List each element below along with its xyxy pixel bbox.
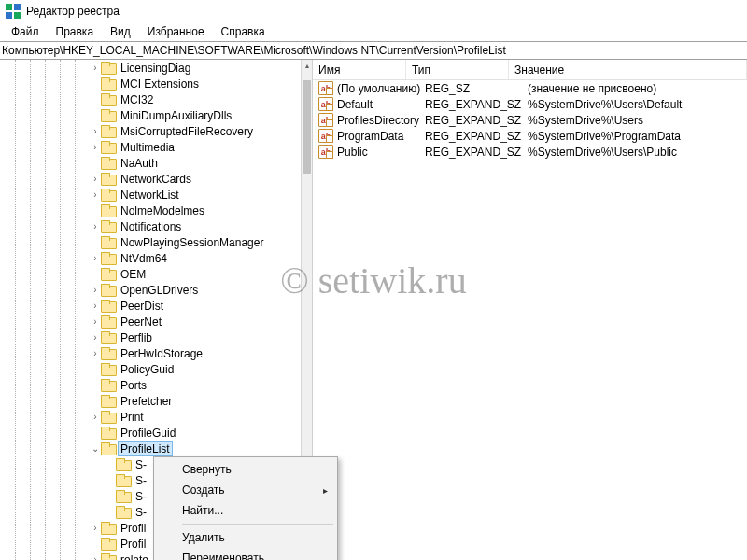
tree-item[interactable]: ›PeerNet [0, 314, 301, 329]
chevron-right-icon[interactable]: › [90, 301, 101, 311]
folder-icon [101, 268, 116, 281]
cm-delete[interactable]: Удалить [156, 527, 335, 548]
chevron-down-icon[interactable]: ⌄ [90, 443, 101, 454]
value-row[interactable]: abDefaultREG_EXPAND_SZ%SystemDrive%\User… [313, 96, 747, 112]
folder-icon [101, 442, 116, 455]
chevron-right-icon[interactable]: › [90, 348, 101, 358]
menu-favorites[interactable]: Избранное [140, 23, 212, 40]
address-bar[interactable]: Компьютер\HKEY_LOCAL_MACHINE\SOFTWARE\Mi… [0, 41, 747, 60]
app-icon [6, 4, 21, 19]
chevron-right-icon[interactable]: › [90, 253, 101, 263]
value-name: (По умолчанию) [337, 82, 425, 95]
tree-item[interactable]: OEM [0, 266, 301, 282]
value-type: REG_EXPAND_SZ [425, 130, 528, 143]
value-data: %SystemDrive%\Users\Public [528, 146, 747, 159]
tree-item[interactable]: ›NetworkCards [0, 171, 301, 187]
tree-item[interactable]: ›LicensingDiag [0, 60, 301, 76]
tree-item-label: Profil [119, 538, 148, 551]
tree-item-label: NetworkCards [119, 173, 193, 186]
chevron-right-icon[interactable]: › [90, 189, 101, 200]
tree-item-label: ProfileList [119, 442, 172, 455]
tree-item[interactable]: ›Notifications [0, 218, 301, 234]
value-row[interactable]: abProfilesDirectoryREG_EXPAND_SZ%SystemD… [313, 112, 747, 128]
tree-item-label: relate [119, 553, 150, 561]
string-value-icon: ab [318, 145, 333, 159]
chevron-right-icon[interactable]: › [90, 332, 101, 343]
col-header-value[interactable]: Значение [509, 60, 747, 79]
folder-icon [101, 109, 116, 122]
cm-collapse[interactable]: Свернуть [156, 459, 335, 480]
chevron-right-icon[interactable]: › [90, 523, 101, 533]
tree-item-label: ProfileGuid [119, 427, 177, 440]
folder-icon [101, 379, 116, 392]
tree-item[interactable]: ⌄ProfileList [0, 441, 301, 456]
col-header-type[interactable]: Тип [406, 60, 509, 79]
tree-item[interactable]: ›MsiCorruptedFileRecovery [0, 123, 301, 139]
chevron-right-icon[interactable]: › [90, 63, 101, 73]
menu-help[interactable]: Справка [214, 23, 273, 40]
tree-item[interactable]: MCI Extensions [0, 76, 301, 91]
menu-file[interactable]: Файл [4, 23, 47, 40]
chevron-right-icon[interactable]: › [90, 316, 101, 327]
string-value-icon: ab [318, 81, 333, 95]
tree-item-label: NetworkList [119, 189, 181, 202]
tree-item-label: PolicyGuid [119, 363, 176, 376]
tree-item[interactable]: ›OpenGLDrivers [0, 282, 301, 298]
col-header-name[interactable]: Имя [313, 60, 406, 79]
folder-icon [101, 395, 116, 408]
tree-item[interactable]: ProfileGuid [0, 425, 301, 441]
chevron-right-icon[interactable]: › [90, 221, 101, 231]
value-type: REG_SZ [425, 82, 528, 95]
tree-item[interactable]: NowPlayingSessionManager [0, 234, 301, 250]
tree-item-label: NtVdm64 [119, 252, 169, 265]
chevron-right-icon[interactable]: › [90, 412, 101, 422]
cm-new[interactable]: Создать [156, 480, 335, 500]
tree-item-label: MCI Extensions [119, 77, 201, 91]
cm-find[interactable]: Найти... [156, 500, 335, 521]
tree-item[interactable]: ›PeerDist [0, 298, 301, 314]
folder-icon [101, 252, 116, 265]
tree-item-label: Ports [119, 379, 148, 392]
cm-rename[interactable]: Переименовать [156, 548, 335, 560]
tree-item-label: PeerDist [119, 300, 165, 313]
tree-item[interactable]: ›NetworkList [0, 187, 301, 203]
folder-icon [101, 427, 116, 440]
tree-item[interactable]: PolicyGuid [0, 361, 301, 377]
values-pane: Имя Тип Значение ab(По умолчанию)REG_SZ(… [313, 60, 747, 560]
tree-item[interactable]: MCI32 [0, 91, 301, 107]
value-type: REG_EXPAND_SZ [425, 146, 528, 159]
string-value-icon: ab [318, 97, 333, 111]
scroll-up-icon[interactable]: ▴ [302, 60, 312, 71]
tree-item[interactable]: ›Print [0, 409, 301, 425]
tree-item[interactable]: ›Perflib [0, 329, 301, 345]
tree-item-label: S- [134, 474, 148, 487]
value-data: %SystemDrive%\Users\Default [528, 98, 747, 111]
folder-icon [101, 315, 116, 329]
tree-item-label: OEM [119, 268, 148, 281]
scroll-thumb[interactable] [303, 80, 311, 174]
tree-item[interactable]: MiniDumpAuxiliaryDlls [0, 107, 301, 123]
tree-item-label: MsiCorruptedFileRecovery [119, 125, 255, 138]
tree-item[interactable]: ›NtVdm64 [0, 250, 301, 266]
value-row[interactable]: abProgramDataREG_EXPAND_SZ%SystemDrive%\… [313, 128, 747, 144]
tree-item[interactable]: ›Multimedia [0, 139, 301, 155]
tree-item[interactable]: Ports [0, 377, 301, 393]
tree-item-label: PeerNet [119, 315, 163, 329]
folder-icon [101, 347, 116, 360]
value-name: ProgramData [337, 130, 425, 143]
tree-item[interactable]: NolmeModelmes [0, 203, 301, 218]
value-name: Default [337, 98, 425, 111]
value-row[interactable]: abPublicREG_EXPAND_SZ%SystemDrive%\Users… [313, 144, 747, 160]
tree-item[interactable]: Prefetcher [0, 393, 301, 409]
menu-edit[interactable]: Правка [49, 23, 102, 40]
tree-item[interactable]: NaAuth [0, 155, 301, 171]
tree-item[interactable]: ›PerHwIdStorage [0, 345, 301, 361]
folder-icon [101, 220, 116, 233]
menu-view[interactable]: Вид [103, 23, 138, 40]
chevron-right-icon[interactable]: › [90, 285, 101, 295]
chevron-right-icon[interactable]: › [90, 174, 101, 184]
value-row[interactable]: ab(По умолчанию)REG_SZ(значение не присв… [313, 80, 747, 96]
chevron-right-icon[interactable]: › [90, 126, 101, 136]
chevron-right-icon[interactable]: › [90, 142, 101, 152]
chevron-right-icon[interactable]: › [90, 554, 101, 560]
